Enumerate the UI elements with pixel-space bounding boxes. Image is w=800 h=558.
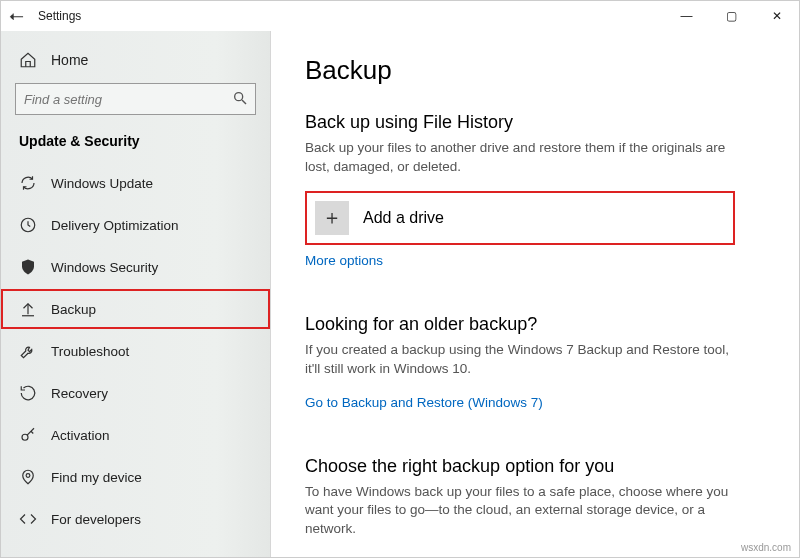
svg-point-5	[26, 474, 30, 478]
sidebar-item-delivery-optimization[interactable]: Delivery Optimization	[1, 205, 270, 245]
recovery-icon	[19, 384, 37, 402]
watermark: wsxdn.com	[741, 542, 791, 553]
right-option-heading: Choose the right backup option for you	[305, 456, 765, 477]
page-title: Backup	[305, 55, 765, 86]
sidebar-item-label: Activation	[51, 428, 110, 443]
add-drive-button[interactable]: ＋ Add a drive	[305, 191, 735, 245]
back-icon[interactable]: 🠐	[9, 8, 24, 25]
more-options-link[interactable]: More options	[305, 253, 383, 268]
delivery-icon	[19, 216, 37, 234]
section-header: Update & Security	[1, 129, 270, 163]
wrench-icon	[19, 342, 37, 360]
sidebar-item-label: Delivery Optimization	[51, 218, 179, 233]
home-label: Home	[51, 52, 88, 68]
minimize-button[interactable]: —	[664, 1, 709, 31]
shield-icon	[19, 258, 37, 276]
svg-point-0	[235, 93, 243, 101]
sidebar-item-label: Windows Update	[51, 176, 153, 191]
sidebar-item-label: Troubleshoot	[51, 344, 129, 359]
sidebar-item-troubleshoot[interactable]: Troubleshoot	[1, 331, 270, 371]
file-history-heading: Back up using File History	[305, 112, 765, 133]
sidebar-item-label: Find my device	[51, 470, 142, 485]
maximize-button[interactable]: ▢	[709, 1, 754, 31]
close-button[interactable]: ✕	[754, 1, 799, 31]
file-history-desc: Back up your files to another drive and …	[305, 139, 735, 177]
sidebar-item-label: Backup	[51, 302, 96, 317]
right-option-desc: To have Windows back up your files to a …	[305, 483, 735, 540]
sidebar-item-windows-update[interactable]: Windows Update	[1, 163, 270, 203]
right-option-link[interactable]: Learn more about backup options	[305, 555, 506, 557]
location-icon	[19, 468, 37, 486]
home-nav[interactable]: Home	[1, 45, 270, 83]
sync-icon	[19, 174, 37, 192]
sidebar-item-label: For developers	[51, 512, 141, 527]
add-drive-label: Add a drive	[363, 209, 444, 227]
sidebar-item-windows-security[interactable]: Windows Security	[1, 247, 270, 287]
search-input[interactable]	[15, 83, 256, 115]
sidebar-item-label: Windows Security	[51, 260, 158, 275]
sidebar-item-label: Recovery	[51, 386, 108, 401]
backup-icon	[19, 300, 37, 318]
sidebar-item-for-developers[interactable]: For developers	[1, 499, 270, 539]
plus-icon: ＋	[315, 201, 349, 235]
window-title: Settings	[38, 9, 81, 23]
search-icon	[232, 90, 248, 109]
older-backup-link[interactable]: Go to Backup and Restore (Windows 7)	[305, 395, 543, 410]
sidebar-item-recovery[interactable]: Recovery	[1, 373, 270, 413]
key-icon	[19, 426, 37, 444]
svg-line-1	[242, 100, 246, 104]
sidebar-item-activation[interactable]: Activation	[1, 415, 270, 455]
sidebar-item-find-my-device[interactable]: Find my device	[1, 457, 270, 497]
code-icon	[19, 510, 37, 528]
older-backup-desc: If you created a backup using the Window…	[305, 341, 735, 379]
older-backup-heading: Looking for an older backup?	[305, 314, 765, 335]
sidebar-item-backup[interactable]: Backup	[1, 289, 270, 329]
home-icon	[19, 51, 37, 69]
